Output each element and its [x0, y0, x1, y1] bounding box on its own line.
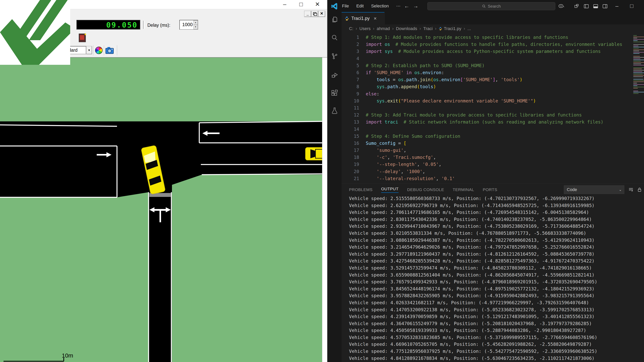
code-line[interactable]: 12# Step 3: Add Traci module to provide … [342, 111, 630, 118]
sidebar-item-explorer[interactable] [331, 16, 338, 24]
vscode-menu-edit[interactable]: Edit [356, 4, 364, 9]
line-number: 9 [342, 91, 359, 96]
code-line[interactable]: 3import sys # Module provides access to … [342, 48, 630, 55]
mdi-minimize-icon[interactable]: _ [304, 11, 311, 17]
vscode-menu-selection[interactable]: Selection [371, 4, 389, 9]
panel-tab-ports[interactable]: PORTS [483, 187, 497, 192]
delay-spinner[interactable]: ▲ ▼ [194, 20, 198, 29]
panel-tab-output[interactable]: OUTPUT [381, 187, 398, 193]
code-line[interactable]: 22] [342, 182, 630, 183]
output-line: Vehicle speed: 4.02633421682117 m/s, Pos… [349, 299, 642, 306]
code-line[interactable]: 9else: [342, 90, 630, 97]
code-line[interactable]: 13import traci # Static network informat… [342, 118, 630, 126]
vscode-menu-more[interactable]: ⋯ [396, 4, 400, 9]
tab-close-icon[interactable]: ✕ [374, 16, 377, 21]
code-line[interactable]: 14 [342, 126, 630, 133]
mdi-close-icon[interactable]: ✕ [318, 11, 325, 17]
search-input[interactable]: Search [428, 2, 555, 10]
breadcrumb-item[interactable]: Downloads [396, 26, 417, 31]
line-number: 20 [342, 169, 359, 174]
minimize-icon[interactable]: – [612, 2, 621, 10]
sidebar-item-extensions[interactable] [331, 89, 338, 97]
vscode-menu-file[interactable]: File [342, 4, 349, 9]
tab-traci1-py[interactable]: Traci1.py ✕ [342, 12, 384, 25]
copilot-icon[interactable] [558, 3, 565, 9]
output-line: Vehicle speed: 2.7061147719686165 m/s, P… [349, 209, 642, 216]
output-line: Vehicle speed: 4.669610705265705 m/s, Po… [349, 341, 642, 348]
screenshot-camera-icon[interactable] [106, 47, 114, 55]
vehicle-right[interactable] [306, 148, 322, 160]
panel-tab-terminal[interactable]: TERMINAL [453, 187, 474, 192]
code-line[interactable]: 21 '--lateral-resolution', '0.1' [342, 175, 630, 182]
spin-up-icon[interactable]: ▲ [194, 20, 198, 25]
code-text: 'sumo-gui', [359, 148, 406, 153]
code-editor[interactable]: 1# Step 1: Add modules to provide access… [342, 33, 644, 183]
code-line[interactable]: 7 tools = os.path.join(os.environ['SUMO_… [342, 76, 630, 83]
panel-tab-debug-console[interactable]: DEBUG CONSOLE [407, 187, 444, 192]
output-log[interactable]: Vehicle speed: 2.5155580560368733 m/s, P… [349, 195, 642, 362]
color-wheel-icon[interactable] [95, 47, 102, 54]
toolbar-separator [117, 45, 117, 56]
breadcrumb[interactable]: C:›Users›ahmad›Downloads›Traci›Traci1.py… [342, 25, 644, 33]
code-line[interactable]: 1# Step 1: Add modules to provide access… [342, 34, 630, 41]
back-arrow-icon[interactable]: ← [403, 3, 410, 10]
line-number: 16 [342, 141, 359, 146]
code-line[interactable]: 6if 'SUMO_HOME' in os.environ: [342, 69, 630, 76]
forward-arrow-icon[interactable]: → [412, 3, 419, 10]
minimap-line [633, 72, 644, 73]
clear-output-icon[interactable] [628, 186, 634, 193]
minimap-line [633, 56, 640, 57]
code-line[interactable]: 8 sys.path.append(tools) [342, 83, 630, 90]
code-text: import os # Module provides functions to… [359, 42, 622, 47]
output-line: Vehicle speed: 3.6559008812561404 m/s, P… [349, 272, 642, 279]
maximize-icon[interactable]: □ [297, 1, 305, 8]
breadcrumb-file[interactable]: Traci1.py [439, 26, 461, 31]
minimap-line [633, 67, 644, 68]
minimize-icon[interactable]: – [280, 1, 289, 8]
breadcrumb-more[interactable]: ... [467, 26, 471, 31]
code-line[interactable]: 4 [342, 55, 630, 62]
output-line: Vehicle speed: 2.830117543042336 m/s, Po… [349, 216, 642, 223]
code-line[interactable]: 5# Step 2: Establish path to SUMO (SUMO_… [342, 62, 630, 69]
minimap-line [633, 57, 644, 58]
vscode-titlebar[interactable]: FileEditSelection⋯ ← → Search [328, 0, 644, 12]
code-line[interactable]: 15# Step 4: Define Sumo configuration [342, 133, 630, 140]
split-editor-icon[interactable] [574, 3, 580, 9]
chevron-down-icon[interactable]: ▼ [86, 46, 92, 54]
lock-icon[interactable] [636, 186, 643, 193]
mdi-restore-icon[interactable] [311, 11, 318, 17]
spin-down-icon[interactable]: ▼ [194, 25, 198, 29]
open-3d-view-icon[interactable]: ✦ [79, 34, 86, 42]
code-line[interactable]: 10 sys.exit("Please declare environment … [342, 97, 630, 104]
activity-bar [328, 12, 342, 362]
maximize-icon[interactable]: □ [628, 2, 636, 10]
code-line[interactable]: 19 '--step-length', '0.05', [342, 161, 630, 168]
toggle-panel-icon[interactable] [592, 3, 599, 9]
line-number: 8 [342, 84, 359, 89]
breadcrumb-item[interactable]: C: [349, 26, 353, 31]
code-line[interactable]: 17 'sumo-gui', [342, 147, 630, 154]
sidebar-item-search[interactable] [331, 34, 338, 41]
sidebar-item-run-debug[interactable] [331, 72, 338, 79]
simulation-canvas[interactable]: 10m [0, 58, 322, 362]
sidebar-item-source-control[interactable] [331, 53, 338, 60]
minimap-line [633, 65, 644, 66]
panel-tab-problems[interactable]: PROBLEMS [349, 187, 372, 192]
code-line[interactable]: 2import os # Module provides functions t… [342, 41, 630, 48]
breadcrumb-item[interactable]: Traci [423, 26, 433, 31]
minimap[interactable] [632, 34, 644, 183]
output-channel-select[interactable]: Code ⌄ [564, 185, 624, 194]
code-line[interactable]: 16Sumo_config = [ [342, 140, 630, 147]
breadcrumb-item[interactable]: ahmad [377, 26, 390, 31]
minimap-line [633, 76, 643, 77]
toggle-secondary-sidebar-icon[interactable] [602, 3, 608, 9]
toggle-primary-sidebar-icon[interactable] [583, 3, 590, 9]
sidebar-item-testing[interactable] [331, 107, 338, 114]
minimap-line [633, 35, 637, 36]
code-line[interactable]: 20 '--delay', '1000', [342, 168, 630, 175]
canvas-scrollbar[interactable] [322, 58, 327, 362]
breadcrumb-item[interactable]: Users [359, 26, 370, 31]
code-line[interactable]: 11 [342, 104, 630, 111]
code-line[interactable]: 18 '-c', 'Traci.sumocfg', [342, 154, 630, 161]
close-icon[interactable]: ✕ [313, 1, 322, 8]
